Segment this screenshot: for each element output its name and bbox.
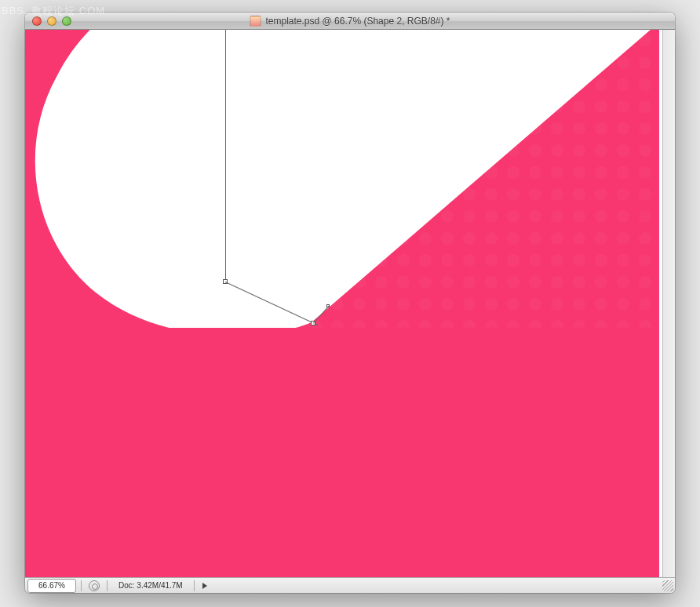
photoshop-file-icon: [250, 16, 261, 27]
document-size-info: Doc: 3.42M/41.7M: [112, 581, 189, 590]
status-bar: 66.67% Doc: 3.42M/41.7M: [25, 577, 675, 593]
canvas-area[interactable]: [25, 30, 675, 577]
document-window: template.psd @ 66.7% (Shape 2, RGB/8#) *: [25, 13, 675, 593]
canvas-content: [25, 30, 675, 577]
watermark-text: BBS. 教程论坛 COM: [2, 4, 105, 18]
window-titlebar[interactable]: template.psd @ 66.7% (Shape 2, RGB/8#) *: [25, 13, 675, 30]
zoom-level-input[interactable]: 66.67%: [27, 579, 76, 593]
path-segment: [225, 30, 226, 281]
window-title: template.psd @ 66.7% (Shape 2, RGB/8#) *: [250, 16, 450, 27]
document-title: template.psd @ 66.7% (Shape 2, RGB/8#) *: [266, 16, 450, 27]
shape-layer: [25, 30, 669, 328]
status-info-icon[interactable]: [89, 580, 100, 591]
resize-grip-icon[interactable]: [662, 580, 673, 591]
vertical-scrollbar[interactable]: [662, 30, 675, 577]
status-menu-arrow-icon[interactable]: [202, 583, 207, 589]
